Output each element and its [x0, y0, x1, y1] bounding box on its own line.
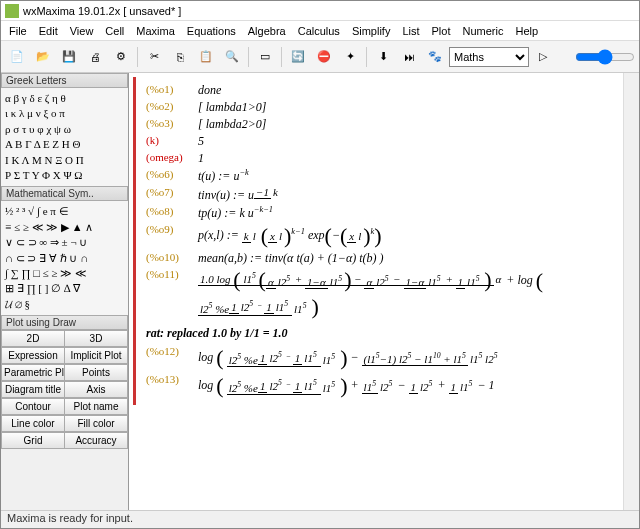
menu-help[interactable]: Help: [509, 23, 544, 39]
toolbar-separator: [366, 47, 367, 67]
output-line[interactable]: (%o10)mean(a,b) := tinv(α t(a) + (1−α) t…: [146, 251, 625, 266]
copy-icon[interactable]: ⎘: [168, 45, 192, 69]
menu-equations[interactable]: Equations: [181, 23, 242, 39]
output-line[interactable]: (k)5: [146, 134, 625, 149]
output-math: [ lambda1>0]: [198, 100, 266, 115]
toolbar: 📄📂💾🖨⚙✂⎘📋🔍▭🔄⛔✦⬇⏭🐾Maths▷: [1, 41, 639, 73]
output-line[interactable]: (%o3)[ lambda2>0]: [146, 117, 625, 132]
greek-row[interactable]: α β γ δ ε ζ η θ: [5, 91, 124, 106]
rat-remark: rat: replaced 1.0 by 1/1 = 1.0: [146, 326, 625, 341]
zoom-slider[interactable]: [575, 49, 635, 65]
app-icon: [5, 4, 19, 18]
plot-btn-line-color[interactable]: Line color: [1, 415, 65, 432]
output-line[interactable]: (%o8)tp(u) := k u−k−1: [146, 205, 625, 221]
output-line[interactable]: (%o7)tinv(u) := u−1k: [146, 186, 625, 203]
mathsym-row[interactable]: ½ ² ³ √ ∫ e π ∈: [5, 204, 124, 219]
output-math: log ( l25 %e1l25 − 1l15l15 ) − (l15−1) l…: [198, 345, 500, 371]
step-forward-icon[interactable]: ⏭: [397, 45, 421, 69]
menubar: FileEditViewCellMaximaEquationsAlgebraCa…: [1, 21, 639, 41]
refresh-icon[interactable]: 🔄: [286, 45, 310, 69]
plot-btn-contour[interactable]: Contour: [1, 398, 65, 415]
print-icon[interactable]: 🖨: [83, 45, 107, 69]
greek-row[interactable]: Ι Κ Λ Μ Ν Ξ Ο Π: [5, 153, 124, 168]
mathsym-row[interactable]: ∫ ∑ ∏ □ ≤ ≥ ≫ ≪: [5, 266, 124, 281]
menu-view[interactable]: View: [64, 23, 100, 39]
output-label: (%o13): [146, 373, 198, 385]
output-line[interactable]: (%o11)1.0 log ( l15 (αl25 + 1−αl15) − αl…: [146, 268, 625, 320]
menu-plot[interactable]: Plot: [426, 23, 457, 39]
select-icon[interactable]: ▭: [253, 45, 277, 69]
new-doc-icon[interactable]: 📄: [5, 45, 29, 69]
output-math: tp(u) := k u−k−1: [198, 205, 273, 221]
greek-row[interactable]: Α Β Γ Δ Ε Ζ Η Θ: [5, 137, 124, 152]
menu-cell[interactable]: Cell: [99, 23, 130, 39]
plot-btn-accuracy[interactable]: Accuracy: [65, 432, 128, 449]
mathsym-row[interactable]: ∩ ⊂ ⊃ ∃ ∀ ℏ ∪ ∩: [5, 251, 124, 266]
save-icon[interactable]: 💾: [57, 45, 81, 69]
menu-algebra[interactable]: Algebra: [242, 23, 292, 39]
paste-icon[interactable]: 📋: [194, 45, 218, 69]
scrollbar-vertical[interactable]: [623, 73, 639, 510]
plot-btn-plot-name[interactable]: Plot name: [65, 398, 128, 415]
plot-btn-points[interactable]: Points: [65, 364, 128, 381]
output-math: 1: [198, 151, 204, 166]
animate-icon[interactable]: 🐾: [423, 45, 447, 69]
output-line[interactable]: (%o6)t(u) := u−k: [146, 168, 625, 184]
output-label: (%o9): [146, 223, 198, 235]
plot-btn-parametric-pl[interactable]: Parametric Pl: [1, 364, 65, 381]
output-line[interactable]: (%o12)log ( l25 %e1l25 − 1l15l15 ) − (l1…: [146, 345, 625, 371]
menu-list[interactable]: List: [396, 23, 425, 39]
sidebar: Greek Letters α β γ δ ε ζ η θι κ λ μ ν ξ…: [1, 73, 129, 510]
greek-row[interactable]: Ρ Σ Τ Υ Φ Χ Ψ Ω: [5, 168, 124, 183]
plot-btn-implicit-plot[interactable]: Implicit Plot: [65, 347, 128, 364]
play-icon[interactable]: ✦: [338, 45, 362, 69]
mathsym-row[interactable]: ∨ ⊂ ⊃ ∞ ⇒ ± ¬ ∪: [5, 235, 124, 250]
output-label: (%o3): [146, 117, 198, 129]
menu-simplify[interactable]: Simplify: [346, 23, 397, 39]
plot-btn-expression[interactable]: Expression: [1, 347, 65, 364]
statusbar: Maxima is ready for input.: [1, 510, 639, 528]
output-math: p(x,l) := kl (xl)k−1 exp(−(xl)k): [198, 223, 382, 249]
output-line[interactable]: (%o2)[ lambda1>0]: [146, 100, 625, 115]
plot-btn-diagram-title[interactable]: Diagram title: [1, 381, 65, 398]
greek-row[interactable]: ρ σ τ υ φ χ ψ ω: [5, 122, 124, 137]
play-triangle-icon[interactable]: ▷: [531, 45, 555, 69]
settings-icon[interactable]: ⚙: [109, 45, 133, 69]
plot-panel-title[interactable]: Plot using Draw: [1, 315, 128, 330]
menu-calculus[interactable]: Calculus: [292, 23, 346, 39]
plot-btn-3d[interactable]: 3D: [65, 330, 128, 347]
mode-select[interactable]: Maths: [449, 47, 529, 67]
find-icon[interactable]: 🔍: [220, 45, 244, 69]
plot-btn-axis[interactable]: Axis: [65, 381, 128, 398]
output-label: (%o2): [146, 100, 198, 112]
stop-icon[interactable]: ⛔: [312, 45, 336, 69]
greek-row[interactable]: ι κ λ μ ν ξ ο π: [5, 106, 124, 121]
menu-file[interactable]: File: [3, 23, 33, 39]
output-math: 1.0 log ( l15 (αl25 + 1−αl15) − αl25 − 1…: [198, 268, 625, 320]
output-line[interactable]: (%o13)log ( l25 %e1l25 − 1l15l15 ) + l15…: [146, 373, 625, 399]
menu-maxima[interactable]: Maxima: [130, 23, 181, 39]
step-down-icon[interactable]: ⬇: [371, 45, 395, 69]
mathsym-row[interactable]: ≡ ≤ ≥ ≪ ≫ ▶ ▲ ∧: [5, 220, 124, 235]
plot-btn-2d[interactable]: 2D: [1, 330, 65, 347]
menu-edit[interactable]: Edit: [33, 23, 64, 39]
open-icon[interactable]: 📂: [31, 45, 55, 69]
plot-btn-grid[interactable]: Grid: [1, 432, 65, 449]
toolbar-separator: [248, 47, 249, 67]
output-line[interactable]: (%o9)p(x,l) := kl (xl)k−1 exp(−(xl)k): [146, 223, 625, 249]
mathsym-row[interactable]: 𝓤 ∅ §: [5, 297, 124, 312]
output-line[interactable]: (%o1)done: [146, 83, 625, 98]
output-line[interactable]: (omega)1: [146, 151, 625, 166]
mathsym-panel-title[interactable]: Mathematical Sym..: [1, 186, 128, 201]
plot-panel-body: 2D3DExpressionImplicit PlotParametric Pl…: [1, 330, 128, 449]
output-math: tinv(u) := u−1k: [198, 186, 280, 203]
document-area[interactable]: (%o1)done(%o2)[ lambda1>0](%o3)[ lambda2…: [129, 73, 639, 510]
greek-panel-title[interactable]: Greek Letters: [1, 73, 128, 88]
menu-numeric[interactable]: Numeric: [456, 23, 509, 39]
mathsym-row[interactable]: ⊞ ∃ ∏ [ ] ∅ ∆ ∇: [5, 281, 124, 296]
output-math: log ( l25 %e1l25 − 1l15l15 ) + l15l25 − …: [198, 373, 495, 399]
toolbar-separator: [281, 47, 282, 67]
plot-btn-fill-color[interactable]: Fill color: [65, 415, 128, 432]
cut-icon[interactable]: ✂: [142, 45, 166, 69]
output-math: t(u) := u−k: [198, 168, 249, 184]
